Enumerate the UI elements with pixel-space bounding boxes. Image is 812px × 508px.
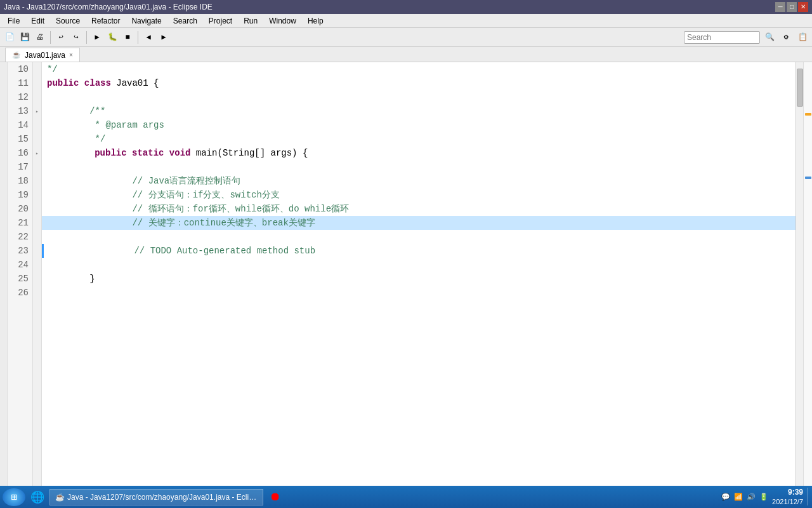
code-line-13[interactable]: /** <box>42 104 796 118</box>
maximize-button[interactable]: □ <box>787 2 797 12</box>
taskbar-record-icon[interactable]: ⏺ <box>266 488 285 506</box>
code-line-11[interactable]: public class Java01 { <box>42 76 796 90</box>
fold-marker-20 <box>33 202 41 216</box>
taskbar-eclipse-icon: ☕ <box>55 493 65 502</box>
toolbar-print[interactable]: 🖨 <box>33 30 47 44</box>
clock-date: 2021/12/7 <box>772 497 803 506</box>
code-line-10[interactable]: */ <box>42 62 796 76</box>
code-line-19[interactable]: // 分支语句：if分支、switch分支 <box>42 188 796 202</box>
toolbar-sep2 <box>86 31 87 44</box>
toolbar-debug[interactable]: 🐛 <box>105 30 119 44</box>
fold-marker-12 <box>33 90 41 104</box>
line-number-25: 25 <box>8 272 32 286</box>
line-numbers: 1011121314151617181920212223242526 <box>8 62 33 486</box>
title-controls[interactable]: ─ □ ✕ <box>775 2 808 12</box>
taskbar-eclipse-app[interactable]: ☕ Java - Java1207/src/com/zhaoyang/Java0… <box>49 489 263 505</box>
line-number-24: 24 <box>8 258 32 272</box>
fold-marker-21 <box>33 216 41 230</box>
code-line-12[interactable] <box>42 90 796 104</box>
menu-edit[interactable]: Edit <box>26 15 49 27</box>
code-line-20[interactable]: // 循环语句：for循环、while循环、do while循环 <box>42 202 796 216</box>
fold-marker-19 <box>33 188 41 202</box>
scrollbar-thumb[interactable] <box>797 69 803 107</box>
code-line-14[interactable]: * @param args <box>42 118 796 132</box>
toolbar-icon1[interactable]: ⚙ <box>779 30 793 44</box>
fold-marker-16[interactable]: ▸ <box>33 146 41 160</box>
menu-project[interactable]: Project <box>204 15 237 27</box>
code-line-16[interactable]: public static void main(String[] args) { <box>42 146 796 160</box>
code-line-17[interactable] <box>42 160 796 174</box>
right-margin <box>803 62 812 486</box>
vertical-scrollbar[interactable] <box>796 62 803 486</box>
tab-bar: ☕ Java01.java × <box>0 47 812 62</box>
toolbar-stop[interactable]: ■ <box>121 30 134 44</box>
taskbar-chrome-icon[interactable]: 🌐 <box>28 488 47 506</box>
toolbar-save[interactable]: 💾 <box>18 30 32 44</box>
systray-battery[interactable]: 🔋 <box>759 493 768 501</box>
toolbar-new[interactable]: 📄 <box>3 30 16 44</box>
fold-markers: ▸▸ <box>33 62 42 486</box>
menu-help[interactable]: Help <box>303 15 329 27</box>
menu-search[interactable]: Search <box>168 15 202 27</box>
menu-source[interactable]: Source <box>51 15 85 27</box>
systray-volume[interactable]: 🔊 <box>747 493 756 501</box>
tab-icon: ☕ <box>12 51 21 59</box>
fold-marker-18 <box>33 174 41 188</box>
toolbar-run[interactable]: ▶ <box>90 30 104 44</box>
tab-label: Java01.java <box>25 51 65 60</box>
toolbar-redo[interactable]: ↪ <box>69 30 83 44</box>
code-line-25[interactable]: } <box>42 272 796 286</box>
menu-window[interactable]: Window <box>264 15 301 27</box>
editor-tab-java01[interactable]: ☕ Java01.java × <box>5 48 80 62</box>
fold-marker-14 <box>33 118 41 132</box>
menu-refactor[interactable]: Refactor <box>86 15 125 27</box>
title-bar: Java - Java1207/src/com/zhaoyang/Java01.… <box>0 0 812 14</box>
systray-network[interactable]: 📶 <box>734 493 743 501</box>
line-number-20: 20 <box>8 202 32 216</box>
code-line-24[interactable] <box>42 258 796 272</box>
side-panel-left <box>0 62 8 486</box>
line-number-11: 11 <box>8 76 32 90</box>
code-line-26[interactable] <box>42 286 796 300</box>
menu-file[interactable]: File <box>3 15 25 27</box>
code-line-15[interactable]: */ <box>42 132 796 146</box>
toolbar-fwd[interactable]: ▶ <box>157 30 171 44</box>
toolbar-undo[interactable]: ↩ <box>54 30 68 44</box>
fold-marker-17 <box>33 160 41 174</box>
line-number-26: 26 <box>8 286 32 300</box>
code-line-22[interactable] <box>42 230 796 244</box>
taskbar: ⊞ 🌐 ☕ Java - Java1207/src/com/zhaoyang/J… <box>0 486 812 508</box>
code-line-23[interactable]: // TODO Auto-generated method stub <box>42 244 796 258</box>
menu-bar: File Edit Source Refactor Navigate Searc… <box>0 14 812 28</box>
toolbar-back[interactable]: ◀ <box>141 30 155 44</box>
start-button[interactable]: ⊞ <box>3 488 25 506</box>
code-area[interactable]: */public class Java01 { /** * @param arg… <box>42 62 796 486</box>
systray-chat[interactable]: 💬 <box>721 493 730 501</box>
tab-close-button[interactable]: × <box>69 51 73 58</box>
fold-marker-11 <box>33 76 41 90</box>
line-number-14: 14 <box>8 118 32 132</box>
fold-marker-10 <box>33 62 41 76</box>
editor-container: 1011121314151617181920212223242526 ▸▸ */… <box>0 62 812 486</box>
toolbar: 📄 💾 🖨 ↩ ↪ ▶ 🐛 ■ ◀ ▶ 🔍 ⚙ 📋 <box>0 28 812 47</box>
search-input[interactable] <box>684 31 760 44</box>
minimize-button[interactable]: ─ <box>775 2 785 12</box>
menu-navigate[interactable]: Navigate <box>126 15 166 27</box>
line-number-22: 22 <box>8 230 32 244</box>
code-line-21[interactable]: // 关键字：continue关键字、break关键字 <box>42 216 796 230</box>
fold-marker-13[interactable]: ▸ <box>33 104 41 118</box>
fold-marker-23 <box>33 244 41 258</box>
menu-run[interactable]: Run <box>239 15 263 27</box>
search-icon[interactable]: 🔍 <box>763 30 776 44</box>
search-box: 🔍 ⚙ 📋 <box>684 30 809 44</box>
title-text: Java - Java1207/src/com/zhaoyang/Java01.… <box>4 3 213 11</box>
line-number-18: 18 <box>8 174 32 188</box>
close-button[interactable]: ✕ <box>798 2 808 12</box>
line-number-13: 13 <box>8 104 32 118</box>
show-desktop-btn[interactable] <box>807 488 809 505</box>
fold-marker-25 <box>33 272 41 286</box>
toolbar-icon2[interactable]: 📋 <box>796 30 809 44</box>
code-line-18[interactable]: // Java语言流程控制语句 <box>42 174 796 188</box>
fold-marker-22 <box>33 230 41 244</box>
toolbar-sep3 <box>138 31 138 44</box>
